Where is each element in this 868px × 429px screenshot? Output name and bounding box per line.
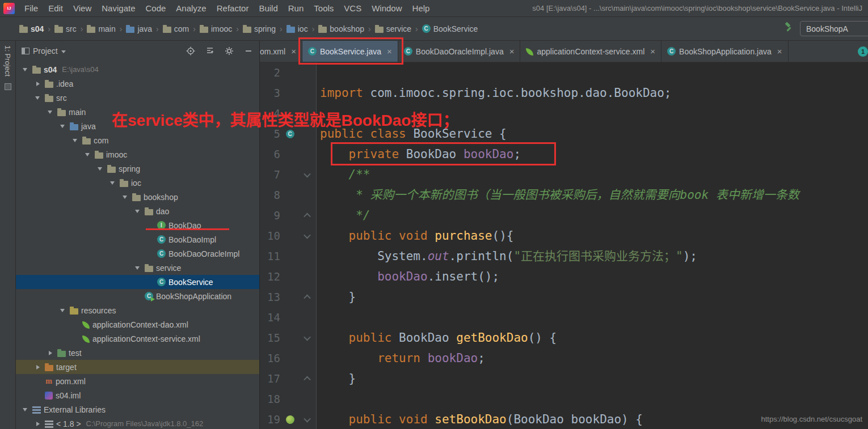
bean-icon[interactable] — [280, 415, 300, 424]
code-line[interactable]: } — [320, 368, 868, 389]
chevron-right-icon[interactable] — [34, 365, 42, 369]
chevron-right-icon[interactable] — [34, 82, 42, 86]
close-icon[interactable]: × — [777, 46, 782, 56]
code-line[interactable]: /** — [320, 164, 868, 185]
tree-item-bookshop[interactable]: bookshop — [16, 190, 259, 204]
chevron-right-icon[interactable] — [47, 351, 54, 355]
menu-build[interactable]: Build — [254, 2, 283, 15]
menu-code[interactable]: Code — [140, 2, 171, 15]
locate-file-icon[interactable] — [186, 46, 196, 56]
code-line[interactable]: return bookDao; — [320, 348, 868, 368]
breadcrumb-item-ioc[interactable]: ioc — [286, 24, 308, 33]
tree-item-bookdao[interactable]: BookDao — [16, 218, 259, 232]
breadcrumb-item-imooc[interactable]: imooc — [200, 24, 232, 33]
breadcrumb-item-main[interactable]: main — [87, 24, 115, 33]
tab-bookservice.java[interactable]: BookService.java× — [302, 41, 398, 62]
chevron-down-icon[interactable] — [59, 125, 67, 128]
tree-item-src[interactable]: src — [16, 91, 259, 105]
class-icon[interactable] — [286, 130, 294, 138]
tree-item-imooc[interactable]: imooc — [16, 147, 259, 162]
bean-icon[interactable] — [286, 415, 294, 424]
tab-bookshopapplication.java[interactable]: BookShopApplication.java× — [661, 41, 788, 62]
code-line[interactable] — [320, 307, 868, 328]
chevron-down-icon[interactable] — [109, 181, 117, 185]
menu-navigate[interactable]: Navigate — [96, 2, 140, 15]
breadcrumb-item-java[interactable]: java — [126, 24, 152, 33]
close-icon[interactable]: × — [291, 46, 296, 56]
run-configuration-select[interactable]: BookShopA — [800, 21, 868, 36]
breadcrumb-item-src[interactable]: src — [54, 24, 77, 33]
breadcrumb-item-s04[interactable]: s04 — [19, 24, 44, 33]
chevron-down-icon[interactable] — [84, 153, 92, 156]
tree-item-bookservice[interactable]: BookService — [16, 275, 259, 289]
menu-refactor[interactable]: Refactor — [212, 2, 254, 15]
code-line[interactable]: public BookDao getBookDao() { — [320, 328, 868, 348]
menu-help[interactable]: Help — [407, 2, 435, 15]
tree-item-pom.xml[interactable]: pom.xml — [16, 374, 259, 388]
breadcrumb-item-com[interactable]: com — [163, 24, 189, 33]
code-line[interactable] — [320, 389, 868, 409]
tree-item-com[interactable]: com — [16, 133, 259, 147]
breadcrumb-item-bookservice[interactable]: BookService — [422, 24, 478, 33]
tree-item-s04.iml[interactable]: s04.iml — [16, 388, 259, 402]
chevron-down-icon[interactable] — [96, 167, 104, 171]
chevron-down-icon[interactable] — [59, 309, 67, 312]
tree-item-spring[interactable]: spring — [16, 162, 259, 176]
menu-window[interactable]: Window — [366, 2, 407, 15]
code-line[interactable] — [320, 62, 868, 83]
tree-item-resources[interactable]: resources — [16, 303, 259, 317]
tree-item-java[interactable]: java — [16, 119, 259, 133]
tree-item-ioc[interactable]: ioc — [16, 176, 259, 190]
tree-item-applicationcontext-service.xml[interactable]: applicationContext-service.xml — [16, 332, 259, 346]
chevron-right-icon[interactable] — [34, 422, 42, 426]
code-line[interactable]: */ — [320, 205, 868, 226]
chevron-down-icon[interactable] — [121, 196, 129, 199]
chevron-down-icon[interactable] — [22, 68, 30, 71]
menu-file[interactable]: File — [19, 2, 43, 15]
tab-bookdaooracleimpl.java[interactable]: BookDaoOracleImpl.java× — [398, 41, 521, 62]
tree-item-service[interactable]: service — [16, 261, 259, 275]
breadcrumb-item-service[interactable]: service — [375, 24, 411, 33]
code-line[interactable] — [320, 103, 868, 124]
fold-down-icon[interactable] — [304, 333, 311, 341]
menu-run[interactable]: Run — [283, 2, 309, 15]
tree-item-target[interactable]: target — [16, 360, 259, 374]
code-line[interactable]: private BookDao bookDao; — [320, 144, 868, 164]
code-line[interactable]: import com.imooc.spring.ioc.bookshop.dao… — [320, 83, 868, 103]
code-line[interactable]: public class BookService { — [320, 124, 868, 144]
editor-code[interactable]: import com.imooc.spring.ioc.bookshop.dao… — [317, 62, 868, 429]
tree-item-bookshopapplication[interactable]: BookShopApplication — [16, 289, 259, 303]
chevron-down-icon[interactable] — [61, 50, 66, 53]
project-stripe-button[interactable]: 1: Project — [3, 45, 12, 77]
fold-up-icon[interactable] — [304, 213, 311, 220]
tab-applicationcontext-service.xml[interactable]: applicationContext-service.xml× — [520, 41, 661, 62]
chevron-down-icon[interactable] — [71, 139, 79, 142]
menu-analyze[interactable]: Analyze — [171, 2, 211, 15]
tree-item-test[interactable]: test — [16, 346, 259, 360]
menu-vcs[interactable]: VCS — [339, 2, 366, 15]
tree-item-main[interactable]: main — [16, 105, 259, 119]
fold-down-icon[interactable] — [304, 231, 311, 239]
class-icon[interactable] — [280, 130, 300, 138]
menu-edit[interactable]: Edit — [43, 2, 68, 15]
code-line[interactable]: public void setBookDao(BookDao bookDao) … — [320, 409, 868, 429]
tree-item-s04[interactable]: s04E:\java\s04 — [16, 62, 259, 77]
tree-item-.idea[interactable]: .idea — [16, 77, 259, 91]
fold-up-icon[interactable] — [304, 376, 311, 383]
tree-item-dao[interactable]: dao — [16, 204, 259, 218]
close-icon[interactable]: × — [650, 46, 655, 56]
tree-item-bookdaooracleimpl[interactable]: BookDaoOracleImpl — [16, 247, 259, 261]
breadcrumb-item-bookshop[interactable]: bookshop — [318, 24, 364, 33]
breadcrumb-item-spring[interactable]: spring — [243, 24, 276, 33]
menu-view[interactable]: View — [68, 2, 96, 15]
chevron-down-icon[interactable] — [34, 96, 42, 100]
settings-gear-icon[interactable] — [224, 46, 234, 56]
hide-panel-icon[interactable] — [243, 46, 254, 56]
code-line[interactable]: public void purchase(){ — [320, 226, 868, 246]
code-line[interactable]: bookDao.insert(); — [320, 266, 868, 287]
hidden-tabs-icon[interactable]: 1 — [858, 46, 868, 57]
code-line[interactable]: } — [320, 287, 868, 307]
tree-item-bookdaoimpl[interactable]: BookDaoImpl — [16, 232, 259, 247]
chevron-down-icon[interactable] — [47, 111, 54, 114]
chevron-down-icon[interactable] — [134, 266, 142, 270]
